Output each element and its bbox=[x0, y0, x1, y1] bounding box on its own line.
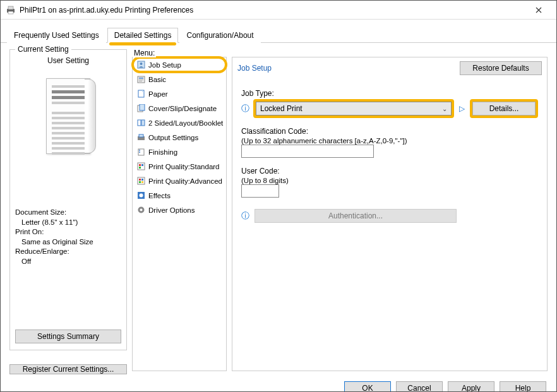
menu-item-finishing[interactable]: Finishing bbox=[133, 145, 226, 159]
svg-rect-25 bbox=[141, 179, 143, 181]
job-type-select[interactable]: Locked Print ⌄ bbox=[256, 102, 452, 116]
menu-item-label: Print Quality:Advanced bbox=[148, 177, 222, 185]
titlebar: PhilPtr1 on as-print.ad.uky.edu Printing… bbox=[1, 1, 556, 20]
detail-panel: Job Setup Restore Defaults Job Type: ⓘ L… bbox=[232, 57, 548, 371]
svg-rect-19 bbox=[138, 163, 145, 170]
cover-icon bbox=[136, 104, 145, 113]
reduce-value: Off bbox=[15, 257, 121, 267]
svg-rect-20 bbox=[139, 164, 141, 166]
menu-item-label: Print Quality:Standard bbox=[148, 163, 220, 170]
menu-label: Menu: bbox=[133, 49, 156, 57]
print-on-value: Same as Original Size bbox=[15, 237, 121, 247]
menu-item-driver-options[interactable]: Driver Options bbox=[133, 203, 226, 217]
ok-button[interactable]: OK bbox=[344, 381, 391, 392]
job-setup-icon bbox=[136, 61, 145, 69]
svg-rect-7 bbox=[139, 80, 143, 80]
user-code-input[interactable] bbox=[241, 184, 279, 198]
menu-item-quality-std[interactable]: Print Quality:Standard bbox=[133, 159, 226, 174]
classification-hint: (Up to 32 alphanumeric characters [a-z,A… bbox=[241, 137, 538, 145]
printer-icon bbox=[6, 5, 16, 15]
register-current-settings-button[interactable]: Register Current Settings... bbox=[9, 364, 127, 374]
user-code-label: User Code: bbox=[241, 167, 538, 175]
menu-item-job-setup[interactable]: Job Setup bbox=[133, 57, 226, 72]
svg-rect-8 bbox=[139, 81, 142, 81]
menu-item-label: Paper bbox=[148, 90, 168, 98]
current-setting-group: Current Setting User Setting Document Si… bbox=[9, 49, 127, 350]
info-icon: ⓘ bbox=[241, 210, 249, 222]
menu-panel: Menu: Job Setup Basic Paper Cover/Slip/D… bbox=[132, 57, 227, 371]
finishing-icon bbox=[136, 148, 145, 157]
svg-rect-24 bbox=[139, 179, 141, 181]
svg-rect-15 bbox=[139, 134, 143, 137]
help-button[interactable]: Help bbox=[500, 381, 546, 392]
tab-configuration-about[interactable]: Configuration/About bbox=[179, 28, 260, 43]
svg-rect-23 bbox=[138, 177, 145, 184]
svg-rect-6 bbox=[139, 78, 143, 79]
svg-rect-1 bbox=[8, 6, 13, 9]
svg-rect-22 bbox=[139, 167, 141, 169]
dialog-buttons: OK Cancel Apply Help bbox=[1, 377, 556, 392]
menu-item-label: Basic bbox=[148, 76, 166, 83]
menu-item-effects[interactable]: Effects bbox=[133, 188, 226, 203]
current-setting-legend: Current Setting bbox=[15, 45, 71, 54]
details-button[interactable]: Details... bbox=[472, 102, 536, 116]
play-icon: ▷ bbox=[459, 104, 465, 113]
menu-item-label: 2 Sided/Layout/Booklet bbox=[148, 119, 223, 127]
setting-name: User Setting bbox=[15, 56, 121, 65]
restore-defaults-button[interactable]: Restore Defaults bbox=[460, 61, 542, 75]
tab-detailed-settings[interactable]: Detailed Settings bbox=[107, 28, 179, 43]
page-preview bbox=[15, 69, 121, 163]
quality-std-icon bbox=[136, 162, 145, 171]
paper-icon bbox=[136, 90, 145, 98]
effects-icon bbox=[136, 191, 145, 200]
svg-point-4 bbox=[140, 62, 142, 65]
info-icon: ⓘ bbox=[241, 103, 249, 114]
gear-icon bbox=[136, 206, 145, 215]
menu-item-cover[interactable]: Cover/Slip/Designate bbox=[133, 101, 226, 116]
job-type-value: Locked Print bbox=[260, 104, 302, 113]
classification-input[interactable] bbox=[241, 145, 374, 158]
print-on-label: Print On: bbox=[15, 227, 121, 237]
menu-item-quality-adv[interactable]: Print Quality:Advanced bbox=[133, 174, 226, 188]
svg-rect-11 bbox=[140, 104, 145, 110]
svg-rect-12 bbox=[138, 120, 141, 126]
tab-frequently-used[interactable]: Frequently Used Settings bbox=[7, 28, 106, 43]
doc-size-value: Letter (8.5" x 11") bbox=[15, 218, 121, 228]
two-sided-icon bbox=[136, 119, 145, 128]
svg-rect-13 bbox=[141, 120, 145, 126]
svg-point-29 bbox=[139, 194, 143, 198]
user-code-hint: (Up to 8 digits) bbox=[241, 177, 538, 184]
svg-rect-2 bbox=[8, 11, 13, 14]
svg-rect-26 bbox=[139, 181, 141, 183]
settings-summary-button[interactable]: Settings Summary bbox=[15, 330, 121, 343]
authentication-button[interactable]: Authentication... bbox=[255, 209, 457, 223]
classification-label: Classification Code: bbox=[241, 127, 538, 136]
basic-icon bbox=[136, 75, 145, 84]
quality-adv-icon bbox=[136, 177, 145, 186]
job-type-label: Job Type: bbox=[241, 89, 538, 98]
svg-point-31 bbox=[140, 209, 142, 211]
menu-item-label: Cover/Slip/Designate bbox=[148, 105, 217, 112]
svg-rect-21 bbox=[141, 164, 143, 166]
chevron-down-icon: ⌄ bbox=[442, 105, 447, 112]
menu-item-label: Job Setup bbox=[148, 61, 181, 69]
menu-item-label: Driver Options bbox=[148, 206, 195, 214]
doc-info: Document Size: Letter (8.5" x 11") Print… bbox=[15, 208, 121, 266]
svg-point-17 bbox=[139, 150, 140, 151]
svg-point-18 bbox=[139, 151, 140, 153]
menu-item-label: Output Settings bbox=[148, 134, 198, 141]
reduce-label: Reduce/Enlarge: bbox=[15, 247, 121, 257]
menu-item-output[interactable]: Output Settings bbox=[133, 130, 226, 145]
cancel-button[interactable]: Cancel bbox=[396, 381, 443, 392]
apply-button[interactable]: Apply bbox=[448, 381, 494, 392]
doc-size-label: Document Size: bbox=[15, 208, 121, 218]
menu-item-paper[interactable]: Paper bbox=[133, 86, 226, 101]
menu-item-2sided[interactable]: 2 Sided/Layout/Booklet bbox=[133, 116, 226, 130]
window-title: PhilPtr1 on as-print.ad.uky.edu Printing… bbox=[20, 6, 526, 15]
close-button[interactable] bbox=[526, 1, 551, 19]
svg-rect-27 bbox=[141, 181, 143, 183]
menu-item-basic[interactable]: Basic bbox=[133, 72, 226, 86]
menu-item-label: Effects bbox=[148, 192, 171, 199]
output-icon bbox=[136, 133, 145, 142]
detail-heading: Job Setup bbox=[237, 64, 272, 73]
